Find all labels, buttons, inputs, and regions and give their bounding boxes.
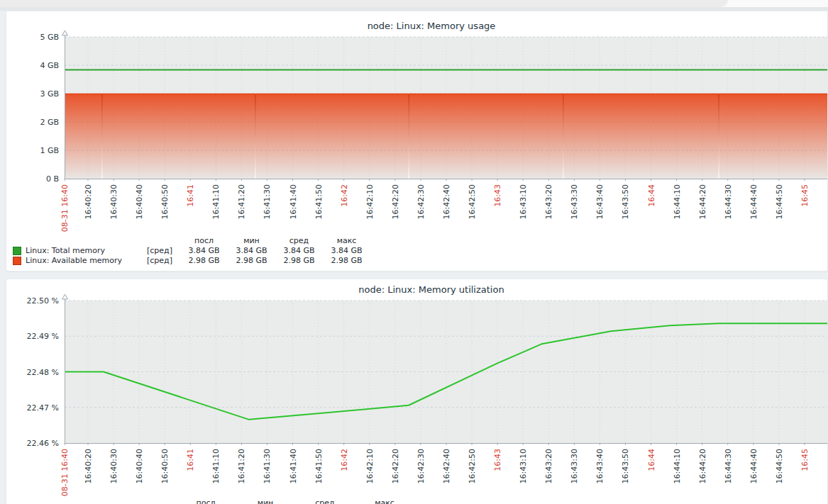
x-tick-label: 16:43:30 [570,184,579,219]
x-tick-label: 16:41:10 [211,184,221,219]
series-gap-line [563,94,564,179]
x-tick-label: 16:44:10 [673,449,682,483]
x-tick-label: 16:42 [340,184,349,207]
x-tick-label: 16:41:30 [263,184,272,219]
memory-utilization-panel: 22.50 %22.49 %22.48 %22.47 %22.46 %08-31… [6,279,828,504]
x-tick-label: 16:44:10 [673,184,682,219]
x-tick-label: 16:43:50 [621,184,630,219]
x-tick-label: 16:43:30 [570,449,579,483]
x-tick-label: 16:43 [493,449,502,471]
legend-series-label: Linux: Total memory [26,246,139,256]
series-gap-line [718,94,719,179]
x-tick-label: 16:41 [186,449,195,471]
x-tick-label: 16:44:40 [749,449,758,483]
legend-column-header: посл [180,236,228,246]
legend-value: 2.98 GB [275,256,323,266]
legend-color-swatch [13,247,21,255]
top-tab [0,0,728,7]
legend-fn: [сред] [139,246,180,256]
legend-value: 2.98 GB [228,256,275,266]
x-tick-label: 16:41 [186,184,195,207]
x-tick-label: 16:43:20 [544,184,553,219]
legend-column-header: макс [355,498,414,504]
x-tick-label: 16:41:40 [289,449,298,483]
x-tick-label: 08-31 16:40 [60,449,70,496]
y-tick-label: 22.48 % [27,368,59,377]
series-gap-line [101,94,103,179]
x-tick-label: 16:44:30 [724,449,733,483]
legend-column-header: посл [176,498,236,504]
x-tick-label: 16:40:40 [135,449,144,483]
x-tick-label: 16:44 [647,449,656,471]
memory-utilization-chart[interactable]: 22.50 %22.49 %22.48 %22.47 %22.46 %08-31… [6,279,828,496]
x-tick-label: 16:44:20 [698,184,707,219]
x-tick-label: 16:42:30 [416,184,426,219]
legend-value: 3.84 GB [180,246,228,256]
x-tick-label: 16:43 [493,184,502,207]
legend-value: 2.98 GB [180,256,228,266]
legend-row: Linux: Available memory[сред]2.98 GB2.98… [6,256,370,266]
legend-header-row: послминсредмакс [6,236,370,246]
y-tick-label: 0 B [46,174,59,184]
y-axis-arrow-icon [62,30,68,35]
legend-column-header: мин [228,236,275,246]
x-tick-label: 16:44:50 [775,449,784,483]
x-tick-label: 16:40:30 [109,449,118,483]
x-tick-label: 16:40:40 [135,184,144,219]
legend-column-header: мин [236,498,295,504]
x-tick-label: 16:44:20 [698,449,707,483]
x-tick-label: 16:41:50 [314,449,324,483]
x-tick-label: 16:42:30 [416,449,426,483]
y-tick-label: 22.46 % [27,439,59,448]
y-tick-label: 22.50 % [27,296,59,306]
legend-series-label: Linux: Available memory [26,256,139,266]
y-tick-label: 5 GB [40,33,59,42]
x-tick-label: 08-31 16:40 [60,184,70,232]
legend-value: 2.98 GB [323,256,370,266]
x-tick-label: 16:42:50 [468,184,477,219]
memory-utilization-legend: послминсредмакс [6,498,414,504]
memory-usage-panel: 5 GB4 GB3 GB2 GB1 GB0 B08-31 16:4016:40:… [6,11,828,271]
x-tick-label: 16:40:30 [109,184,118,219]
x-tick-label: 16:43:40 [595,184,605,219]
legend-color-swatch [13,257,21,265]
legend-value: 3.84 GB [323,246,370,256]
series-gap-line [255,94,256,179]
x-tick-label: 16:40:50 [160,449,170,483]
x-tick-label: 16:43:20 [544,449,553,483]
x-tick-label: 16:40:50 [160,184,170,219]
memory-usage-legend: послминсредмаксLinux: Total memory[сред]… [6,236,370,266]
x-tick-label: 16:44:50 [775,184,784,219]
x-tick-label: 16:41:30 [263,449,272,483]
legend-row: Linux: Total memory[сред]3.84 GB3.84 GB3… [6,246,370,256]
legend-column-header: сред [295,498,355,504]
x-tick-label: 16:40:20 [84,449,93,483]
y-tick-label: 4 GB [40,61,59,70]
x-tick-label: 16:42:10 [365,184,375,219]
legend-value: 3.84 GB [228,246,275,256]
memory-usage-chart[interactable]: 5 GB4 GB3 GB2 GB1 GB0 B08-31 16:4016:40:… [6,11,828,233]
x-tick-label: 16:42:10 [365,449,375,483]
x-tick-label: 16:44:40 [749,184,758,219]
x-tick-label: 16:43:10 [519,449,528,483]
y-tick-label: 1 GB [40,146,59,155]
legend-fn: [сред] [139,256,180,266]
top-tab-bar [0,0,828,7]
zabbix-graphs-page: { "topbar": {"tab_color": "#ECECEC", "ba… [0,0,828,504]
x-tick-label: 16:41:40 [289,184,298,219]
legend-header-row: послминсредмакс [6,498,414,504]
x-tick-label: 16:44:30 [724,184,733,219]
x-tick-label: 16:40:20 [84,184,93,219]
x-tick-label: 16:42:20 [391,449,400,483]
x-tick-label: 16:42:40 [442,184,451,219]
x-tick-label: 16:43:40 [595,449,605,483]
x-tick-label: 16:42:40 [442,449,451,483]
x-tick-label: 16:43:10 [519,184,528,219]
x-tick-label: 16:43:50 [621,449,630,483]
y-tick-label: 22.49 % [27,332,59,341]
x-tick-label: 16:41:50 [314,184,324,219]
y-tick-label: 3 GB [40,89,59,99]
y-tick-label: 2 GB [40,118,59,127]
x-tick-label: 16:42 [340,449,349,471]
x-tick-label: 16:42:50 [468,449,477,483]
